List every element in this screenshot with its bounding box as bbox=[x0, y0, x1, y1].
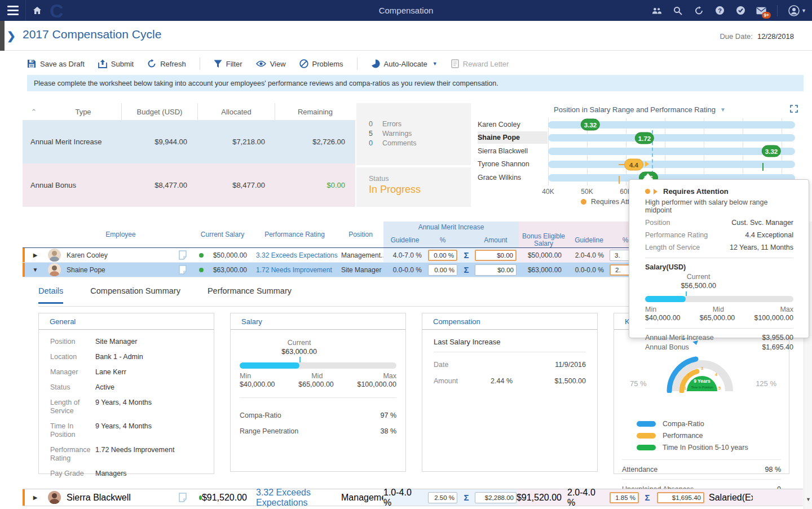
save-as-draft-button[interactable]: Save as Draft bbox=[27, 59, 85, 68]
last-salary-increase-label: Last Salary Increase bbox=[434, 338, 586, 352]
rating-badge[interactable]: 3.32 bbox=[581, 119, 600, 131]
note-icon[interactable] bbox=[179, 250, 187, 260]
tab-details[interactable]: Details bbox=[38, 286, 63, 304]
col-merit-pct[interactable]: % bbox=[426, 232, 459, 247]
chart-employee-label[interactable]: Sierra Blackwell bbox=[478, 145, 548, 157]
expand-row-icon[interactable]: ▶ bbox=[23, 494, 48, 501]
search-icon[interactable] bbox=[673, 6, 683, 16]
chart-employee-label[interactable]: Tyrone Shannon bbox=[478, 158, 548, 170]
current-salary: $63,000.00 bbox=[204, 266, 251, 274]
allocated-amount: $8,477.00 bbox=[187, 181, 265, 189]
kpi-legend: Compa-Ratio Performance Time In Position… bbox=[637, 420, 781, 452]
employee-name[interactable]: Karen Cooley bbox=[67, 251, 108, 259]
worksheet-toolbar: Save as Draft Submit Refresh Filter View… bbox=[27, 55, 509, 73]
merit-amount-input[interactable] bbox=[475, 492, 517, 503]
comments-label[interactable]: Comments bbox=[382, 139, 416, 148]
col-merit-amount[interactable]: Amount bbox=[474, 232, 518, 247]
mail-icon[interactable]: 9+ bbox=[756, 6, 766, 16]
field-label: Manager bbox=[50, 368, 90, 377]
rating-badge[interactable]: 3.32 bbox=[762, 145, 781, 157]
time-in-position-swatch bbox=[637, 445, 656, 450]
rating-badge-warning[interactable]: 4.4 bbox=[624, 159, 643, 171]
filter-label: Filter bbox=[226, 60, 242, 68]
col-employee[interactable]: Employee bbox=[48, 222, 193, 247]
merit-amount-input[interactable] bbox=[475, 250, 517, 261]
tab-compensation-summary[interactable]: Compensation Summary bbox=[90, 286, 180, 304]
expand-panel-icon[interactable]: ❯ bbox=[7, 29, 16, 42]
performance-rating-link[interactable]: 3.32 Exceeds Expectations bbox=[251, 251, 338, 259]
auto-allocate-button[interactable]: Auto-Allocate ▼ bbox=[371, 59, 438, 68]
requires-attention-dot-icon bbox=[645, 189, 650, 194]
amount-pct: 2.44 % bbox=[462, 377, 513, 385]
mid-value: $65,000.00 bbox=[700, 314, 735, 322]
menu-icon[interactable] bbox=[0, 0, 26, 21]
sum-allocate-button[interactable]: Σ bbox=[459, 493, 474, 502]
legend-label: Compa-Ratio bbox=[663, 420, 704, 428]
view-button[interactable]: View bbox=[256, 60, 286, 68]
budget-summary-table: ⌃ Type Budget (USD) Allocated Remaining … bbox=[23, 103, 355, 207]
user-menu[interactable]: ▼ bbox=[788, 6, 806, 16]
merit-pct-input[interactable] bbox=[428, 250, 457, 261]
collapsed-panel-edge[interactable] bbox=[0, 21, 5, 51]
sum-allocate-button[interactable]: Σ bbox=[459, 265, 474, 275]
bonus-amount-input[interactable] bbox=[657, 492, 704, 503]
position-label: Position bbox=[645, 219, 670, 227]
attendance-value: 98 % bbox=[765, 466, 782, 473]
note-icon[interactable] bbox=[179, 265, 187, 275]
salary-range-bar bbox=[548, 161, 795, 168]
employee-name[interactable]: Shaine Pope bbox=[67, 266, 105, 274]
refresh-button[interactable]: Refresh bbox=[147, 59, 186, 68]
col-merit-guideline[interactable]: Guideline bbox=[383, 232, 426, 247]
employee-row-sierra-blackwell[interactable]: ▶ Sierra Blackwell $91,520.00 3.32 Excee… bbox=[23, 489, 803, 506]
chart-expand-icon[interactable] bbox=[790, 105, 798, 114]
errors-label[interactable]: Errors bbox=[382, 120, 401, 129]
position: Management... bbox=[338, 251, 383, 259]
salary-range-bar bbox=[548, 134, 795, 141]
budget-col-allocated: Allocated bbox=[197, 103, 275, 120]
warnings-label[interactable]: Warnings bbox=[382, 130, 412, 138]
people-icon[interactable] bbox=[652, 6, 662, 16]
employee-name[interactable]: Sierra Blackwell bbox=[67, 493, 131, 503]
performance-rating-link[interactable]: 3.32 Exceeds Expectations bbox=[251, 488, 338, 508]
help-icon[interactable]: ? bbox=[714, 6, 725, 16]
col-bonus-eligible[interactable]: Bonus Eligible Salary bbox=[519, 232, 568, 247]
field-value: Managers bbox=[95, 470, 127, 478]
merit-pct-input[interactable] bbox=[428, 264, 457, 276]
col-bonus-guideline[interactable]: Guideline bbox=[568, 232, 610, 247]
chart-employee-label[interactable]: Karen Cooley bbox=[478, 118, 548, 131]
svg-text:1: 1 bbox=[684, 386, 686, 391]
sum-allocate-button[interactable]: Σ bbox=[459, 250, 474, 260]
collapse-row-icon[interactable]: ▼ bbox=[23, 267, 48, 273]
refresh-icon[interactable] bbox=[694, 6, 704, 16]
col-performance-rating[interactable]: Performance Rating bbox=[251, 222, 338, 247]
tab-performance-summary[interactable]: Performance Summary bbox=[208, 286, 292, 304]
merit-pct-input[interactable] bbox=[428, 492, 457, 503]
submit-button[interactable]: Submit bbox=[98, 59, 134, 68]
sum-allocate-button[interactable]: Σ bbox=[640, 493, 655, 502]
attendance-label: Attendance bbox=[622, 466, 657, 473]
reward-letter-button[interactable]: Reward Letter bbox=[451, 59, 509, 68]
col-position[interactable]: Position bbox=[338, 222, 383, 247]
home-icon[interactable] bbox=[26, 6, 48, 15]
warning-edge bbox=[23, 489, 25, 506]
chart-employee-label-selected[interactable]: Shaine Pope bbox=[478, 131, 548, 144]
chevron-down-icon: ▼ bbox=[433, 61, 438, 67]
bonus-pct-input[interactable] bbox=[610, 492, 639, 503]
col-current-salary[interactable]: Current Salary bbox=[193, 222, 251, 247]
performance-rating-link[interactable]: 1.72 Needs Improvement bbox=[251, 266, 338, 274]
tooltip-subtitle: High performer with salary below range m… bbox=[645, 198, 793, 214]
chart-employee-label[interactable]: Grace Wilkins bbox=[478, 171, 548, 184]
scroll-down-arrow-icon[interactable]: ▼ bbox=[806, 497, 811, 502]
collapse-summary-icon[interactable]: ⌃ bbox=[23, 108, 45, 116]
merit-amount-input[interactable] bbox=[475, 264, 517, 276]
field-value: 9 Years, 4 Months bbox=[95, 399, 152, 415]
filter-button[interactable]: Filter bbox=[214, 60, 242, 68]
approvals-icon[interactable] bbox=[735, 6, 745, 16]
problems-button[interactable]: Problems bbox=[299, 59, 343, 68]
expand-row-icon[interactable]: ▶ bbox=[23, 252, 48, 258]
budget-type: Annual Bonus bbox=[23, 181, 121, 189]
rating-badge[interactable]: 1.72 bbox=[635, 132, 654, 144]
note-icon[interactable] bbox=[179, 493, 187, 502]
range-tick bbox=[619, 176, 620, 184]
chart-title-dropdown[interactable]: Position in Salary Range and Performance… bbox=[554, 105, 726, 114]
